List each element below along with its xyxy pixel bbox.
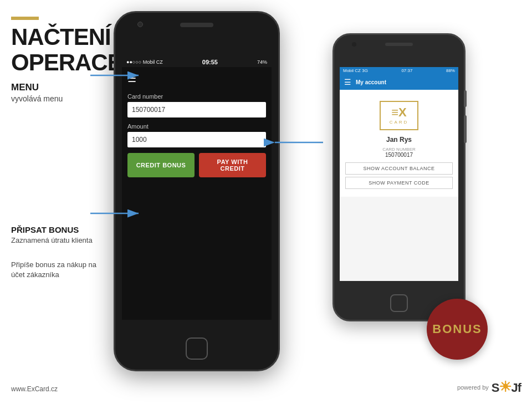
show-balance-button[interactable]: SHOW ACCOUNT BALANCE: [345, 162, 453, 175]
phone-secondary-outer: Mobil CZ 3G 07:37 88% ☰ My account ≡X CA…: [332, 33, 466, 321]
powered-by: powered by S☀Jf: [457, 379, 521, 396]
phone-secondary-screen: Mobil CZ 3G 07:37 88% ☰ My account ≡X CA…: [340, 67, 458, 281]
account-header-title: My account: [356, 79, 386, 85]
excard-logo-box: ≡X CARD: [380, 101, 419, 130]
amount-label: Amount: [127, 123, 266, 130]
phone-secondary-home-button[interactable]: [390, 294, 408, 312]
side-button-1: [464, 90, 467, 107]
menu-desc: vyvolává menu: [11, 94, 108, 103]
pripsat-label: PŘIPSAT BONUS: [11, 225, 108, 234]
phone-home-button[interactable]: [186, 337, 208, 360]
card-number-label: Card number: [127, 93, 266, 100]
phone-speaker: [180, 23, 213, 27]
arrow-menu: [88, 65, 143, 85]
bonus-badge: BONUS: [427, 299, 488, 360]
bonus-badge-text: BONUS: [432, 322, 482, 336]
status-bar: ●●○○○ Mobil CZ 09:55 74%: [122, 57, 272, 67]
account-name: Jan Rys: [345, 136, 453, 144]
phone-secondary: Mobil CZ 3G 07:37 88% ☰ My account ≡X CA…: [332, 33, 466, 321]
phone-secondary-camera: [352, 42, 356, 47]
sojf-logo: S☀Jf: [492, 379, 521, 396]
credit-bonus-button[interactable]: CREDIT BONUS: [127, 153, 195, 177]
footer-url: www.ExCard.cz: [11, 385, 58, 393]
show-payment-code-button[interactable]: SHOW PAYMENT CODE: [345, 177, 453, 189]
hamburger-icon-secondary[interactable]: ☰: [344, 78, 351, 86]
arrow-bonus: [88, 205, 143, 222]
gold-bar: [11, 17, 39, 20]
card-number-input[interactable]: 150700017: [127, 102, 266, 117]
secondary-card-number-label: CARD NUMBER: [345, 147, 453, 152]
secondary-time: 07:37: [401, 68, 412, 73]
secondary-card-number-value: 150700017: [345, 152, 453, 158]
phone-camera: [137, 22, 143, 27]
left-section: NAČTENÍ OPERACE MENU vyvolává menu PŘIPS…: [0, 0, 119, 404]
carrier-text: ●●○○○ Mobil CZ: [126, 59, 163, 65]
app-content: ☰ Card number 150700017 Amount 1000 CRED…: [122, 67, 272, 320]
battery-text: 74%: [257, 59, 267, 65]
account-header: ☰ My account: [340, 74, 458, 90]
side-button-2: [464, 115, 467, 143]
account-body: ≡X CARD Jan Rys CARD NUMBER 150700017 SH…: [340, 90, 458, 197]
pripsat-section: PŘIPSAT BONUS Zaznamená útratu klienta: [11, 225, 108, 246]
powered-by-text: powered by: [457, 384, 489, 391]
hamburger-icon[interactable]: ☰: [127, 73, 266, 85]
pripsat-desc: Zaznamená útratu klienta: [11, 236, 108, 246]
phone-secondary-speaker: [385, 43, 413, 46]
amount-input[interactable]: 1000: [127, 132, 266, 147]
pripise-section: Připíše bonus za nákup na účet zákazníka: [11, 260, 108, 280]
excard-logo-text: CARD: [390, 120, 409, 125]
time-text: 09:55: [202, 59, 218, 65]
secondary-carrier: Mobil CZ 3G: [343, 68, 368, 73]
excard-logo: ≡X CARD: [345, 101, 453, 130]
pripise-desc: Připíše bonus za nákup na účet zákazníka: [11, 260, 108, 280]
account-status-bar: Mobil CZ 3G 07:37 88%: [340, 67, 458, 74]
secondary-battery: 88%: [446, 68, 455, 73]
pay-with-credit-button[interactable]: PAY WITH CREDIT: [199, 153, 266, 177]
button-row: CREDIT BONUS PAY WITH CREDIT: [127, 153, 266, 177]
phone-main-screen: ●●○○○ Mobil CZ 09:55 74% ☰ Card number 1…: [122, 57, 272, 320]
arrow-card-number: [270, 134, 326, 151]
excard-logo-ex: ≡X: [390, 106, 409, 119]
